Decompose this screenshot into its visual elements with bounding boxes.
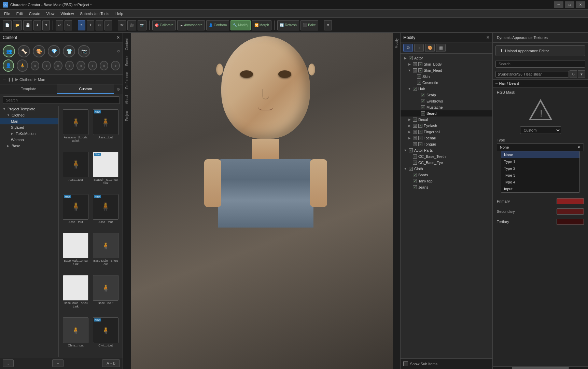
circle-btn-1[interactable]: ○: [31, 61, 40, 70]
expand-hair[interactable]: ▼: [407, 87, 411, 91]
scene-eyebrows[interactable]: ✓ Eyebrows: [401, 98, 492, 104]
tree-clothed[interactable]: ▼ Clothed: [0, 112, 58, 118]
expand-skin-body[interactable]: ▶: [407, 63, 411, 66]
scene-actor-parts[interactable]: ▼ ✓ Actor Parts: [401, 147, 492, 153]
forward-icon[interactable]: ▶: [15, 77, 18, 82]
scene-skin[interactable]: ✓ Skin: [401, 73, 492, 80]
tab-options-icon[interactable]: ⊙: [117, 87, 120, 92]
tab-template[interactable]: Template: [0, 84, 57, 94]
scene-tanktop[interactable]: ✓ Tank top: [401, 178, 492, 184]
type-option-4[interactable]: Type 4: [501, 179, 579, 186]
thumb-assassin2[interactable]: New 🧍 Assa...tcut: [92, 109, 120, 150]
scene-decal[interactable]: ▶ ✓ Decal: [401, 117, 492, 123]
tree-man[interactable]: Man: [0, 118, 58, 124]
scene-tongue[interactable]: □ ✓ Tongue: [401, 141, 492, 147]
side-tab-modify-right[interactable]: Modify: [393, 36, 400, 51]
modify-tab-1[interactable]: ⚙: [403, 44, 413, 52]
check-cloth[interactable]: ✓: [409, 167, 413, 171]
check-fingernail[interactable]: ✓: [418, 130, 422, 134]
refresh-icon[interactable]: ↺: [117, 49, 120, 54]
menu-help[interactable]: Help: [113, 11, 126, 16]
thumb-assassin4[interactable]: New Ssassin_U...ortcut.lnk: [92, 151, 120, 192]
check-tanktop[interactable]: ✓: [413, 179, 417, 183]
atmosphere-button[interactable]: ☁ Atmosphere: [177, 20, 205, 30]
check-eyebrows[interactable]: ✓: [421, 99, 425, 103]
scene-scalp[interactable]: ✓ Scalp: [401, 92, 492, 98]
new-button[interactable]: 📄: [3, 20, 12, 30]
convert-button[interactable]: A→B: [102, 359, 120, 367]
substance-path-input[interactable]: [495, 71, 569, 78]
check-actor-parts[interactable]: ✓: [409, 148, 413, 152]
check-cc-eye[interactable]: ✓: [413, 161, 417, 165]
scene-skin-body[interactable]: ▶ □ ✓ Skin_Body: [401, 61, 492, 67]
type-option-1[interactable]: Type 1: [501, 158, 579, 165]
thumb-assassin3[interactable]: 🧍 Assa...tcut: [61, 151, 90, 192]
check-eyelash[interactable]: ✓: [418, 124, 422, 128]
cam2-button[interactable]: 📷: [138, 20, 146, 30]
import-button[interactable]: ⬇: [33, 20, 41, 30]
scene-beard[interactable]: ✓ Beard: [401, 110, 492, 117]
modify-tab-2[interactable]: ↔: [414, 44, 424, 52]
conform-button[interactable]: 👤 Conform: [206, 20, 229, 30]
scene-cloth[interactable]: ▼ ✓ Cloth: [401, 166, 492, 172]
check-skin[interactable]: ✓: [417, 74, 421, 79]
secondary-color-swatch[interactable]: [557, 208, 584, 215]
cam-button[interactable]: 🎥: [127, 20, 136, 30]
thumb-chris[interactable]: 🧍 Chris...rtcut: [61, 317, 90, 354]
check-boots[interactable]: ✓: [413, 173, 417, 177]
tree-woman[interactable]: Woman: [0, 137, 58, 143]
check-cosmetic[interactable]: ✓: [417, 81, 421, 85]
modify-tab-3[interactable]: 🎨: [425, 44, 435, 52]
menu-view[interactable]: View: [44, 11, 57, 16]
unload-appearance-button[interactable]: ⬆ Unload Appearance Editor: [495, 45, 585, 56]
type-option-2[interactable]: Type 2: [501, 165, 579, 172]
scene-skin-head[interactable]: ▼ □ ✓ Skin_Head: [401, 67, 492, 73]
circle-btn-6[interactable]: ○: [88, 61, 97, 70]
expand-skin-head[interactable]: ▼: [407, 69, 411, 72]
check-mustache[interactable]: ✓: [421, 105, 425, 109]
scene-boots[interactable]: ✓ Boots: [401, 172, 492, 178]
breadcrumb-man[interactable]: Man: [38, 78, 45, 82]
person-icon-btn[interactable]: 👤: [3, 59, 14, 72]
cloth-icon-btn[interactable]: 👕: [63, 45, 75, 57]
thumb-basemale3[interactable]: 🧍 Base...rtcut: [92, 274, 120, 315]
camera-icon-btn[interactable]: 📷: [78, 45, 90, 57]
scene-cosmetic[interactable]: ✓ Cosmetic: [401, 80, 492, 86]
nav-icon[interactable]: ❚❚: [8, 77, 14, 82]
scene-actor[interactable]: ▶ ✓ Actor: [401, 55, 492, 61]
people-icon-btn[interactable]: 👥: [3, 45, 15, 57]
circle-btn-5[interactable]: ○: [76, 61, 85, 70]
check-tongue[interactable]: ✓: [418, 142, 422, 146]
expand-actor[interactable]: ▶: [403, 56, 407, 60]
breadcrumb-clothed[interactable]: Clothed: [19, 78, 32, 82]
scrollbar-horizontal[interactable]: [493, 366, 588, 369]
thumb-basemale1[interactable]: Base Male...ortcut.lnk: [61, 232, 90, 273]
menu-file[interactable]: File: [1, 11, 13, 16]
undo-button[interactable]: ↩: [56, 20, 63, 30]
content-close-icon[interactable]: ✕: [116, 35, 120, 40]
substance-dropdown-btn[interactable]: ▼: [578, 70, 585, 78]
hair-beard-section-header[interactable]: ─ Hair / Beard: [493, 79, 588, 87]
close-button[interactable]: ✕: [576, 1, 585, 8]
scene-hair[interactable]: ▼ ✓ Hair: [401, 86, 492, 92]
thumb-assassin5[interactable]: New 🧍 Assa...tcut: [61, 193, 90, 231]
type-dropdown[interactable]: None ▼: [497, 144, 584, 151]
redo-button[interactable]: ↪: [65, 20, 72, 30]
scale-button[interactable]: ⤢: [104, 20, 112, 30]
check-hair[interactable]: ✓: [413, 87, 417, 91]
open-button[interactable]: 📂: [13, 20, 22, 30]
calibrate-button[interactable]: 🎯 Calibrate: [152, 20, 176, 30]
shape-icon-btn[interactable]: 💎: [48, 45, 60, 57]
modify-button[interactable]: 🔧 Modify: [230, 20, 250, 30]
thumb-basemale-shortcut[interactable]: 🧍 Base Male - Shortcut: [92, 232, 120, 273]
circle-btn-4[interactable]: ○: [65, 61, 74, 70]
check-skin-head[interactable]: ✓: [418, 68, 422, 72]
type-option-none[interactable]: None: [501, 151, 579, 158]
scene-toenail[interactable]: ▶ □ ✓ Toenail: [401, 135, 492, 141]
tab-custom[interactable]: Custom: [57, 84, 114, 94]
check-jeans[interactable]: ✓: [413, 185, 417, 189]
circle-btn-2[interactable]: ○: [42, 61, 51, 70]
move-button[interactable]: ✛: [87, 20, 94, 30]
tertiary-color-swatch[interactable]: [557, 219, 584, 225]
scene-fingernail[interactable]: ▶ □ ✓ Fingernail: [401, 129, 492, 135]
